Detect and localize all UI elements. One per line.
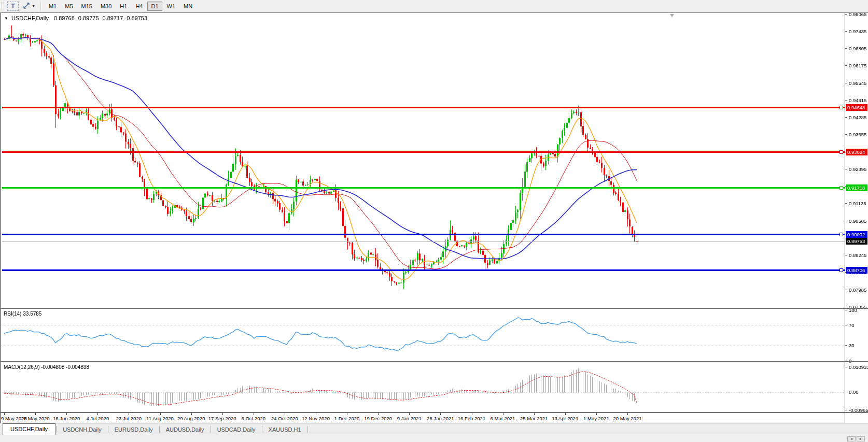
price-tick-label: 0.89245 [849,252,866,258]
timeframe-button-H1[interactable]: H1 [116,2,131,11]
price-tick-label: 0.90505 [849,218,866,224]
price-line-label: 0.94648 [846,104,867,111]
line-drag-handle[interactable] [839,150,843,154]
price-tick-label: 0.96175 [849,63,866,68]
date-label: 16 Jun 2020 [53,416,80,421]
price-line-label: 0.91718 [846,184,867,191]
horizontal-line-resistance[interactable] [2,107,845,108]
current-price-line [2,241,845,242]
line-drag-handle[interactable] [839,186,843,190]
rsi-tick-mark [845,325,847,325]
tab-divider [159,426,160,433]
toolbar-separator [40,2,41,10]
tab-scroll-right-button[interactable]: ► [857,436,865,441]
chart-shift-marker[interactable] [670,14,674,17]
date-tick-mark [596,413,597,415]
date-label: 12 Nov 2020 [302,416,330,421]
timeframe-button-D1[interactable]: D1 [147,2,162,11]
line-drag-handle[interactable] [839,233,843,236]
price-line-label: 0.90002 [846,231,867,238]
date-tick-mark [4,413,5,415]
line-drag-handle[interactable] [839,106,843,109]
price-tick-mark [845,307,847,307]
date-label: 9 Jan 2021 [397,416,422,421]
price-tick-mark [845,31,847,32]
date-label: 1 Dec 2020 [334,416,360,421]
tab-divider [211,426,211,433]
timeframe-button-H4[interactable]: H4 [132,2,146,11]
pane-separator[interactable] [0,361,868,362]
rsi-tick-label: 70 [849,322,855,328]
tab-divider [56,426,57,433]
macd-tick-mark [845,410,847,410]
macd-signal-value: -0.004838 [66,364,89,370]
tab-scroll-left-button[interactable]: ◄ [847,436,856,441]
date-axis[interactable]: 9 May 202028 May 202016 Jun 20204 Jul 20… [0,413,845,422]
date-tick-mark [534,413,535,415]
date-tick-mark [565,413,566,415]
macd-label: MACD(12,26,9) -0.004808 -0.004838 [4,364,89,370]
collapse-arrow-icon[interactable]: ▼ [4,16,8,21]
date-label: 20 May 2021 [613,416,642,421]
chart-tab-eurusd-daily[interactable]: EURUSD,Daily [109,424,159,435]
date-tick-mark [254,413,254,415]
price-tick-mark [845,65,847,66]
chart-tab-usdcad-daily[interactable]: USDCAD,Daily [212,424,261,435]
date-tick-mark [129,413,129,415]
chevron-down-icon: ▼ [32,4,35,8]
chart-tab-audusd-daily[interactable]: AUDUSD,Daily [160,424,210,435]
date-tick-mark [35,413,36,415]
chart-tab-usdcnh-daily[interactable]: USDCNH,Daily [57,424,107,435]
date-label: 28 May 2020 [21,416,50,421]
date-label: 16 Feb 2021 [458,416,485,421]
horizontal-line-support[interactable] [2,187,845,189]
price-tick-mark [845,221,847,221]
date-tick-mark [378,413,379,415]
toolbar-grip[interactable] [1,2,4,10]
price-tick-label: 0.97435 [849,28,866,34]
tab-divider [108,426,108,433]
horizontal-line-support[interactable] [2,234,845,235]
date-tick-mark [347,413,347,415]
chart-tab-xauusd-h1[interactable]: XAUUSD,H1 [263,424,307,435]
timeframe-button-W1[interactable]: W1 [163,2,179,11]
price-tick-label: 0.94285 [849,115,866,120]
chart-tab-usdchf-daily[interactable]: USDCHF,Daily [3,423,55,435]
price-tick-label: 0.96805 [849,46,866,51]
rsi-tick-label: 30 [849,343,855,348]
price-tick-mark [845,169,847,169]
date-label: 13 Apr 2021 [552,416,578,421]
price-tick-mark [845,14,847,15]
timeframe-button-M30[interactable]: M30 [97,2,115,11]
date-label: 1 May 2021 [583,416,609,421]
pane-separator[interactable] [0,308,868,309]
date-label: 23 Jul 2020 [116,416,142,421]
horizontal-line-support[interactable] [2,269,845,271]
toolbar: T ▼ M1M5M15M30H1H4D1W1MN [0,0,868,12]
rsi-value: 33.5785 [23,311,41,317]
timeframe-button-MN[interactable]: MN [180,2,196,11]
close-quote: 0.89753 [127,15,147,21]
chart-title: ▼ USDCHF,Daily 0.89768 0.89775 0.89717 0… [4,15,151,21]
tile-windows-button[interactable]: ▼ [21,2,37,11]
timeframe-button-M5[interactable]: M5 [61,2,76,11]
macd-main-value: -0.004808 [41,364,64,370]
macd-tick-label: 0.00 [849,389,859,395]
macd-indicator-canvas[interactable] [0,363,845,412]
date-label: 19 Dec 2020 [364,416,392,421]
date-tick-mark [627,413,628,415]
text-tool-button[interactable]: T [7,2,19,11]
pane-separator[interactable] [0,412,868,413]
line-drag-handle[interactable] [839,268,843,272]
price-tick-mark [845,255,847,255]
price-tick-label: 0.94915 [849,97,866,103]
rsi-indicator-canvas[interactable] [0,309,845,361]
candlestick-chart-canvas[interactable] [0,13,845,308]
timeframe-button-M1[interactable]: M1 [45,2,60,11]
price-tick-mark [845,48,847,49]
date-label: 17 Sep 2020 [208,416,236,421]
date-tick-mark [191,413,192,415]
price-tick-label: 0.91135 [849,201,866,206]
horizontal-line-resistance[interactable] [2,151,845,153]
timeframe-button-M15[interactable]: M15 [78,2,96,11]
